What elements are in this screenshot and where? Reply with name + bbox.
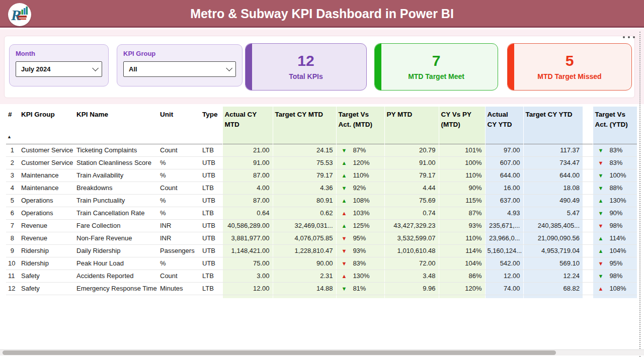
table-row[interactable]: 2 Customer Service Station Cleanliness S… (6, 156, 637, 169)
cell-target-cy-ytd: 21,090,090.56 (523, 232, 583, 244)
mtd-target-missed-card: 5 MTD Target Missed (507, 43, 632, 91)
trend-arrow-icon: ▼ (598, 223, 604, 229)
cell-target-vs-act-ytd: ▼98% (593, 270, 637, 282)
col-header-actual-cy-mtd[interactable]: Actual CY MTD (222, 107, 273, 144)
trend-arrow-icon: ▼ (342, 260, 347, 266)
cell-cy-vs-py-mtd: 115% (439, 194, 485, 207)
cell-cy-vs-py-mtd: 86% (439, 270, 485, 282)
cell-py-mtd: 91.00 (384, 156, 439, 169)
cell-actual-cy-ytd: 4.93 (485, 207, 523, 219)
cell-actual-cy-mtd: 4.00 (222, 182, 273, 194)
table-row[interactable]: 5 Operations Train Punctuality % UTB 87.… (6, 194, 637, 207)
month-dropdown[interactable]: July 2024 (16, 61, 102, 77)
col-header-target-vs-act-ytd[interactable]: Target Vs Act. (YTD) (593, 107, 637, 144)
col-header-cy-vs-py-mtd[interactable]: CY Vs PY (MTD) (439, 107, 485, 144)
cell-target-vs-act-mtd: ▼87% (336, 144, 384, 156)
trend-arrow-icon: ▲ (598, 248, 604, 254)
cell-actual-cy-ytd: 12.00 (485, 270, 523, 282)
cell-actual-cy-ytd: 16.00 (485, 182, 523, 194)
horizontal-scrollbar (0, 349, 644, 355)
sort-ascending-icon[interactable]: ▲ (7, 134, 12, 140)
cell-index: 2 (6, 156, 19, 169)
col-header-kpi-name[interactable]: KPI Name (74, 107, 158, 144)
cell-unit: % (158, 169, 200, 182)
cell-py-mtd: 79.17 (384, 169, 439, 182)
cell-unit: % (158, 207, 200, 219)
cell-type: UTB (200, 156, 222, 169)
col-header-kpi-group[interactable]: KPI Group (19, 107, 74, 144)
cell-target-vs-act-mtd: ▼92% (336, 182, 384, 194)
cell-target-vs-act-ytd: ▲104% (593, 244, 637, 257)
table-row[interactable]: 8 Revenue Non-Fare Revenue INR UTB 3,881… (6, 232, 637, 244)
cell-spacer (583, 232, 593, 244)
cell-kpi-name: Daily Ridership (74, 244, 158, 257)
kpi-group-filter-label: KPI Group (123, 50, 242, 57)
col-header-index[interactable]: # ▲ (6, 107, 19, 144)
trend-arrow-icon: ▼ (342, 286, 347, 292)
cell-cy-vs-py-mtd: 93% (439, 219, 485, 232)
cell-target-cy-ytd: 644.00 (523, 169, 583, 182)
cell-actual-cy-mtd: 40,586,289.00 (222, 219, 273, 232)
cell-kpi-name: Train Punctuality (74, 194, 158, 207)
more-options-icon[interactable] (623, 36, 635, 38)
cell-actual-cy-ytd: 97.00 (485, 144, 523, 156)
cell-unit: INR (158, 219, 200, 232)
chevron-down-icon (226, 65, 232, 71)
cell-py-mtd: 72.00 (384, 257, 439, 270)
cell-kpi-group: Revenue (19, 219, 74, 232)
trend-arrow-icon: ▲ (342, 273, 347, 279)
table-row[interactable]: 9 Ridership Daily Ridership Passengers U… (6, 244, 637, 257)
cell-actual-cy-mtd: 87.00 (222, 194, 273, 207)
mtd-target-meet-value: 7 (432, 53, 441, 68)
trend-arrow-icon: ▼ (342, 235, 347, 241)
table-row[interactable]: 11 Safety Accidents Reported Count LTB 3… (6, 270, 637, 282)
table-row[interactable]: 7 Revenue Fare Collection INR UTB 40,586… (6, 219, 637, 232)
col-header-target-vs-act-mtd[interactable]: Target Vs Act. (MTD) (336, 107, 384, 144)
cell-kpi-name: Accidents Reported (74, 270, 158, 282)
trend-arrow-icon: ▼ (598, 147, 604, 153)
cell-py-mtd: 4.44 (384, 182, 439, 194)
cell-type: LTB (200, 282, 222, 295)
cell-target-vs-act-mtd: ▼95% (336, 232, 384, 244)
cell-py-mtd: 9.96 (384, 282, 439, 295)
cell-unit: Minutes (158, 282, 200, 295)
trend-arrow-icon: ▼ (598, 172, 604, 178)
kpi-group-dropdown[interactable]: All (123, 61, 236, 77)
cell-py-mtd: 3.48 (384, 270, 439, 282)
table-row[interactable]: 10 Ridership Peak Hour Load % UTB 75.00 … (6, 257, 637, 270)
col-header-target-cy-ytd[interactable]: Target CY YTD (523, 107, 583, 144)
cell-type: UTB (200, 219, 222, 232)
cell-spacer (583, 257, 593, 270)
col-header-target-cy-mtd[interactable]: Target CY MTD (273, 107, 336, 144)
svg-text:R: R (11, 7, 21, 23)
cell-index: 5 (6, 194, 19, 207)
cell-cy-vs-py-mtd: 110% (439, 232, 485, 244)
cell-type: UTB (200, 194, 222, 207)
cell-target-vs-act-ytd: ▼98% (593, 219, 637, 232)
table-row[interactable]: 12 Safety Emergency Response Time Minute… (6, 282, 637, 295)
cell-kpi-group: Customer Service (19, 156, 74, 169)
col-header-actual-cy-ytd[interactable]: Actual CY YTD (485, 107, 523, 144)
trend-arrow-icon: ▲ (598, 235, 604, 241)
col-header-py-mtd[interactable]: PY MTD (384, 107, 439, 144)
cell-target-vs-act-ytd: ▼90% (593, 207, 637, 219)
cell-actual-cy-ytd: 607.00 (485, 156, 523, 169)
page-title: Metro & Subway KPI Dashboard in Power BI (0, 0, 644, 28)
table-row[interactable]: 6 Operations Train Cancellation Rate % L… (6, 207, 637, 219)
table-row[interactable]: 4 Maintenance Breakdowns Count LTB 4.00 … (6, 182, 637, 194)
trend-arrow-icon: ▼ (598, 260, 604, 266)
cell-index: 8 (6, 232, 19, 244)
table-row[interactable]: 1 Customer Service Ticketing Complaints … (6, 144, 637, 156)
horizontal-scrollbar-thumb[interactable] (3, 350, 556, 355)
cell-kpi-group: Maintenance (19, 182, 74, 194)
cell-actual-cy-ytd: 23,966,0... (485, 232, 523, 244)
cell-target-vs-act-ytd: ▼88% (593, 182, 637, 194)
col-header-unit[interactable]: Unit (158, 107, 200, 144)
cell-target-cy-mtd: 90.00 (273, 257, 336, 270)
col-header-type[interactable]: Type (200, 107, 222, 144)
table-row[interactable]: 3 Maintenance Train Availability % UTB 8… (6, 169, 637, 182)
cell-kpi-name: Fare Collection (74, 219, 158, 232)
cell-actual-cy-mtd: 21.00 (222, 144, 273, 156)
cell-target-vs-act-mtd: ▲120% (336, 156, 384, 169)
cell-actual-cy-ytd: 74.00 (485, 282, 523, 295)
